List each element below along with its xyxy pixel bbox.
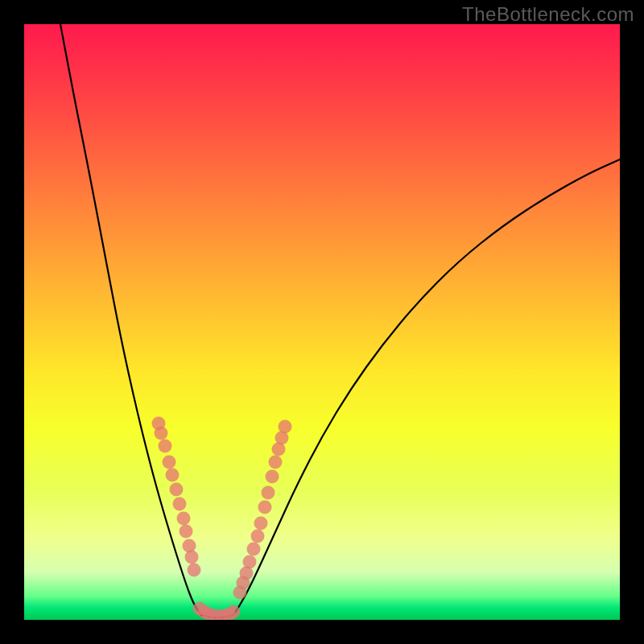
- plot-area: [24, 24, 620, 620]
- data-point: [262, 486, 275, 500]
- watermark-text: TheBottleneck.com: [462, 3, 634, 26]
- data-point: [166, 469, 180, 482]
- data-point: [188, 564, 201, 577]
- frame: TheBottleneck.com: [0, 0, 644, 644]
- data-point: [155, 427, 168, 440]
- data-point: [243, 555, 257, 569]
- data-point: [180, 525, 193, 539]
- data-point: [159, 440, 172, 453]
- data-point: [173, 497, 187, 511]
- data-point: [254, 517, 268, 530]
- data-point: [247, 543, 261, 556]
- data-point: [185, 551, 199, 564]
- data-point: [266, 470, 279, 484]
- curve-left: [60, 24, 201, 615]
- curve-right: [233, 159, 620, 615]
- data-point: [227, 605, 241, 619]
- curve-group: [60, 24, 620, 617]
- chart-svg: [24, 24, 620, 620]
- data-point: [269, 456, 283, 469]
- data-point: [279, 420, 292, 434]
- data-point: [170, 483, 184, 497]
- data-point: [251, 530, 265, 543]
- dots-layer: [152, 417, 292, 621]
- data-point: [258, 501, 272, 514]
- data-point: [163, 456, 176, 469]
- data-point: [183, 539, 196, 553]
- data-point: [177, 512, 191, 526]
